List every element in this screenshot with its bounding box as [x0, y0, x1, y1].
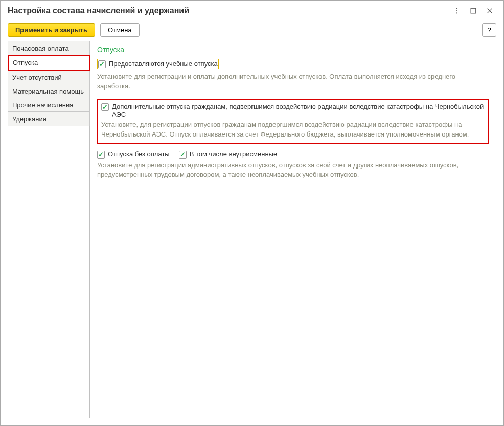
cancel-button[interactable]: Отмена — [100, 23, 140, 37]
checkbox-unpaid-leave[interactable] — [97, 151, 105, 159]
sidebar-item-material-aid[interactable]: Материальная помощь — [8, 84, 90, 98]
checkbox-chernobyl-leave-label: Дополнительные отпуска гражданам, подвер… — [112, 103, 485, 118]
checkbox-unpaid-leave-label: Отпуска без оплаты — [108, 150, 170, 158]
checkbox-study-leave[interactable] — [98, 60, 106, 68]
sidebar-item-label: Удержания — [12, 115, 47, 123]
sidebar-item-hourly-pay[interactable]: Почасовая оплата — [8, 41, 90, 55]
sidebar-item-label: Почасовая оплата — [12, 44, 69, 52]
sidebar-item-vacations[interactable]: Отпуска — [8, 55, 90, 71]
checkbox-study-leave-label: Предоставляются учебные отпуска — [109, 60, 218, 68]
sidebar-item-label: Прочие начисления — [12, 101, 73, 109]
section-title: Отпуска — [97, 46, 489, 54]
sidebar-item-label: Материальная помощь — [12, 87, 84, 95]
sidebar: Почасовая оплата Отпуска Учет отсутствий… — [8, 41, 90, 418]
checkbox-chernobyl-leave[interactable] — [101, 103, 109, 111]
sidebar-item-label: Отпуска — [13, 59, 38, 66]
sidebar-item-label: Учет отсутствий — [12, 74, 62, 81]
help-button[interactable]: ? — [482, 23, 496, 37]
chernobyl-leave-description: Установите, для регистрации отпусков гра… — [101, 120, 485, 140]
highlighted-block: Дополнительные отпуска гражданам, подвер… — [97, 99, 489, 145]
study-leave-description: Установите для регистрации и оплаты допо… — [97, 72, 489, 92]
close-icon[interactable] — [483, 4, 496, 17]
unpaid-leave-description: Установите для регистрации административ… — [97, 161, 489, 180]
sidebar-item-absence-tracking[interactable]: Учет отсутствий — [8, 70, 90, 84]
maximize-icon[interactable] — [467, 4, 480, 17]
checkbox-including-intrashift-label: В том числе внутрисменные — [190, 150, 277, 158]
svg-point-1 — [456, 10, 457, 11]
checkbox-including-intrashift[interactable] — [179, 151, 187, 159]
svg-point-0 — [456, 8, 457, 9]
svg-rect-3 — [471, 8, 476, 13]
window-title: Настройка состава начислений и удержаний — [8, 6, 447, 15]
sidebar-item-deductions[interactable]: Удержания — [8, 111, 90, 126]
more-icon[interactable] — [450, 4, 464, 17]
apply-and-close-button[interactable]: Применить и закрыть — [8, 23, 95, 37]
sidebar-item-other-accruals[interactable]: Прочие начисления — [8, 98, 90, 112]
svg-point-2 — [456, 12, 457, 13]
